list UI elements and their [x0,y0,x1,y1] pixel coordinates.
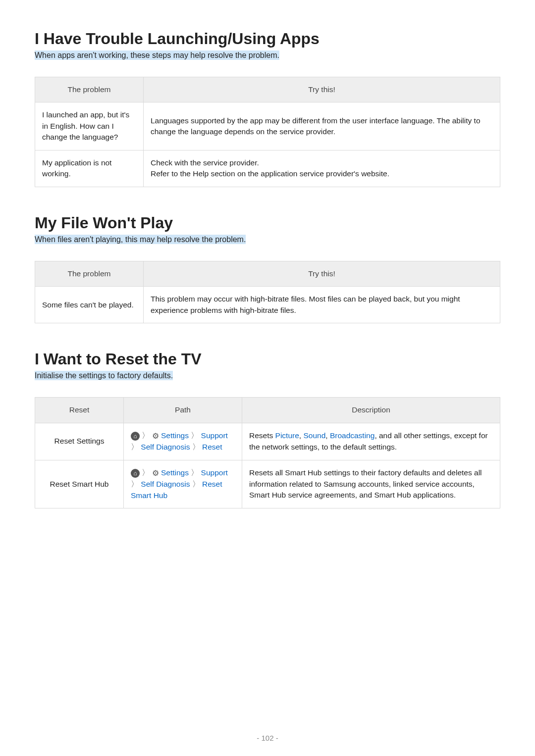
desc-link: Sound [303,431,325,440]
table-row: Some files can't be played. This problem… [35,287,500,323]
table-row: My application is not working. Check wit… [35,150,500,187]
table-header-solution: Try this! [144,77,500,102]
section-subtitle: Initialise the settings to factory defau… [35,371,500,380]
section-title: I Have Trouble Launching/Using Apps [35,30,500,48]
chevron-icon: 〉 [192,443,200,451]
troubleshoot-table: The problem Try this! I launched an app,… [35,77,500,187]
chevron-icon: 〉 [191,431,199,440]
desc-text: Resets [249,431,275,440]
section-subtitle: When files aren't playing, this may help… [35,235,500,244]
reset-desc-cell: Resets Picture, Sound, Broadcasting, and… [242,423,500,460]
path-link: Support [201,468,228,477]
section-subtitle: When apps aren't working, these steps ma… [35,51,500,60]
desc-link: Picture [275,431,299,440]
manual-page: I Have Trouble Launching/Using Apps When… [0,0,535,756]
reset-path-cell: ⌂ 〉 ⚙ Settings 〉 Support 〉 Self Diagnosi… [124,460,242,508]
chevron-icon: 〉 [142,431,150,440]
problem-cell: Some files can't be played. [35,287,144,323]
gear-icon: ⚙ [152,432,159,440]
problem-cell: My application is not working. [35,150,144,187]
reset-path-cell: ⌂ 〉 ⚙ Settings 〉 Support 〉 Self Diagnosi… [124,423,242,460]
section-title: I Want to Reset the TV [35,350,500,368]
solution-cell: Languages supported by the app may be di… [144,102,500,150]
table-row: Reset Settings ⌂ 〉 ⚙ Settings 〉 Support … [35,423,500,460]
table-header-reset: Reset [35,398,124,423]
table-header-description: Description [242,398,500,423]
troubleshoot-table: The problem Try this! Some files can't b… [35,261,500,323]
solution-cell: Check with the service provider. Refer t… [144,150,500,187]
reset-name-cell: Reset Smart Hub [35,460,124,508]
desc-link: Broadcasting [330,431,374,440]
gear-icon: ⚙ [152,469,159,477]
reset-table: Reset Path Description Reset Settings ⌂ … [35,397,500,508]
table-header-problem: The problem [35,261,144,286]
home-icon: ⌂ [131,469,140,478]
table-row: I launched an app, but it's in English. … [35,102,500,150]
solution-cell: This problem may occur with high-bitrate… [144,287,500,323]
section-title: My File Won't Play [35,214,500,232]
path-link: Self Diagnosis [141,443,190,451]
table-header-problem: The problem [35,77,144,102]
chevron-icon: 〉 [142,468,150,477]
path-link: Self Diagnosis [141,480,190,488]
path-link: Settings [161,468,189,477]
chevron-icon: 〉 [131,480,139,488]
path-link: Support [201,431,228,440]
problem-cell: I launched an app, but it's in English. … [35,102,144,150]
path-link: Settings [161,431,189,440]
chevron-icon: 〉 [191,468,199,477]
chevron-icon: 〉 [192,480,200,488]
table-header-path: Path [124,398,242,423]
table-row: Reset Smart Hub ⌂ 〉 ⚙ Settings 〉 Support… [35,460,500,508]
chevron-icon: 〉 [131,443,139,451]
home-icon: ⌂ [131,432,140,441]
path-link: Reset [202,443,222,451]
page-number: - 102 - [0,734,535,742]
reset-desc-cell: Resets all Smart Hub settings to their f… [242,460,500,508]
table-header-solution: Try this! [144,261,500,286]
reset-name-cell: Reset Settings [35,423,124,460]
